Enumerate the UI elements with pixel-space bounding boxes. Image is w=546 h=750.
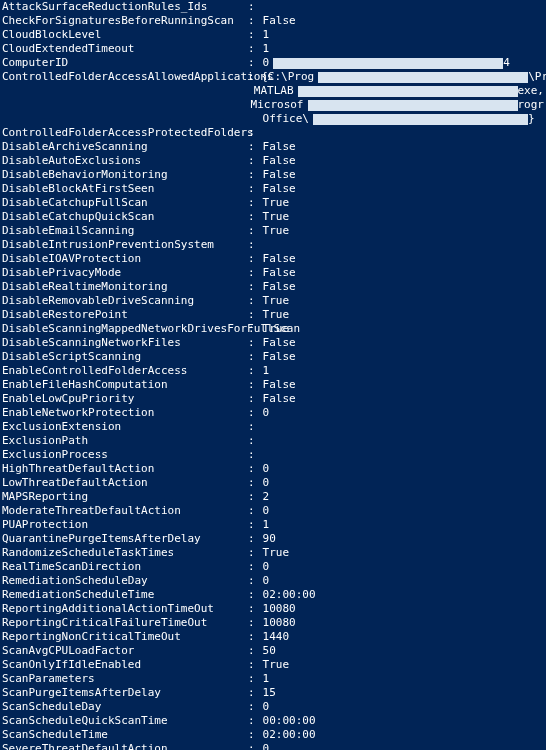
property-value: True	[256, 210, 544, 224]
property-key: EnableFileHashComputation	[2, 378, 248, 392]
property-value: False	[256, 378, 544, 392]
property-key: RemediationScheduleTime	[2, 588, 248, 602]
property-value: 2	[256, 490, 544, 504]
property-value	[256, 238, 544, 252]
output-row: EnableControlledFolderAccess: 1	[2, 364, 544, 378]
property-key: ReportingCriticalFailureTimeOut	[2, 616, 248, 630]
output-row: ModerateThreatDefaultAction: 0	[2, 504, 544, 518]
property-key: ScanParameters	[2, 672, 248, 686]
property-key: DisableAutoExclusions	[2, 154, 248, 168]
colon-separator: :	[248, 490, 256, 504]
colon-separator: :	[248, 280, 256, 294]
output-row: DisableIOAVProtection: False	[2, 252, 544, 266]
output-row: DisableBehaviorMonitoring: False	[2, 168, 544, 182]
redacted-region	[298, 86, 518, 97]
colon-separator: :	[248, 210, 256, 224]
redacted-region	[313, 114, 528, 125]
output-row: DisableScanningNetworkFiles: False	[2, 336, 544, 350]
colon-separator: :	[248, 434, 256, 448]
property-key: ModerateThreatDefaultAction	[2, 504, 248, 518]
property-value: 1	[256, 364, 544, 378]
property-key: SevereThreatDefaultAction	[2, 742, 248, 750]
colon-separator: :	[248, 56, 256, 70]
powershell-output: AttackSurfaceReductionRules_Ids: CheckFo…	[0, 0, 546, 750]
property-value: False	[256, 140, 544, 154]
property-key: DisablePrivacyMode	[2, 266, 248, 280]
property-key: ScanScheduleQuickScanTime	[2, 714, 248, 728]
property-key: ExclusionProcess	[2, 448, 248, 462]
property-value: 1	[256, 518, 544, 532]
colon-separator: :	[248, 686, 256, 700]
property-key: MAPSReporting	[2, 490, 248, 504]
colon-separator: :	[248, 588, 256, 602]
output-row: Microsofrogr	[2, 98, 544, 112]
colon-separator: :	[248, 672, 256, 686]
property-key: QuarantinePurgeItemsAfterDelay	[2, 532, 248, 546]
property-value: Microsofrogr	[244, 98, 544, 112]
property-key: DisableEmailScanning	[2, 224, 248, 238]
colon-separator: :	[248, 252, 256, 266]
property-value	[256, 0, 544, 14]
property-key: LowThreatDefaultAction	[2, 476, 248, 490]
output-row: ScanScheduleDay: 0	[2, 700, 544, 714]
property-key: DisableBlockAtFirstSeen	[2, 182, 248, 196]
colon-separator: :	[248, 644, 256, 658]
output-row: DisableScanningMappedNetworkDrivesForFul…	[2, 322, 544, 336]
redacted-region	[273, 58, 503, 69]
output-row: EnableLowCpuPriority: False	[2, 392, 544, 406]
output-row: SevereThreatDefaultAction: 0	[2, 742, 544, 750]
property-key: EnableLowCpuPriority	[2, 392, 248, 406]
output-row: RealTimeScanDirection: 0	[2, 560, 544, 574]
output-row: RandomizeScheduleTaskTimes: True	[2, 546, 544, 560]
property-value: 0	[256, 504, 544, 518]
property-value: 1	[256, 28, 544, 42]
colon-separator: :	[248, 322, 256, 336]
colon-separator: :	[248, 616, 256, 630]
property-value: 90	[256, 532, 544, 546]
property-value: True	[256, 546, 544, 560]
property-key: DisableScanningMappedNetworkDrivesForFul…	[2, 322, 248, 336]
output-row: ScanScheduleQuickScanTime: 00:00:00	[2, 714, 544, 728]
colon-separator: :	[248, 294, 256, 308]
property-value: 15	[256, 686, 544, 700]
output-row: ReportingAdditionalActionTimeOut: 10080	[2, 602, 544, 616]
property-key: DisableCatchupQuickScan	[2, 210, 248, 224]
property-value: 1	[256, 672, 544, 686]
property-key: CloudBlockLevel	[2, 28, 248, 42]
property-value: False	[256, 168, 544, 182]
colon-separator: :	[248, 518, 256, 532]
output-row: MAPSReporting: 2	[2, 490, 544, 504]
colon-separator: :	[248, 266, 256, 280]
output-row: DisableArchiveScanning: False	[2, 140, 544, 154]
property-key: DisableCatchupFullScan	[2, 196, 248, 210]
output-row: ScanPurgeItemsAfterDelay: 15	[2, 686, 544, 700]
output-row: ExclusionProcess:	[2, 448, 544, 462]
output-row: DisableCatchupQuickScan: True	[2, 210, 544, 224]
property-value: True	[256, 322, 544, 336]
property-key: DisableRemovableDriveScanning	[2, 294, 248, 308]
property-key: DisableScriptScanning	[2, 350, 248, 364]
property-value: 0	[256, 560, 544, 574]
output-row: ReportingNonCriticalTimeOut: 1440	[2, 630, 544, 644]
property-key: EnableNetworkProtection	[2, 406, 248, 420]
output-row: DisableEmailScanning: True	[2, 224, 544, 238]
output-row: RemediationScheduleTime: 02:00:00	[2, 588, 544, 602]
colon-separator: :	[248, 560, 256, 574]
property-key: ComputerID	[2, 56, 248, 70]
property-value: {C:\Prog\Pro	[255, 70, 546, 84]
property-value: True	[256, 308, 544, 322]
property-value: False	[256, 392, 544, 406]
property-key: CheckForSignaturesBeforeRunningScan	[2, 14, 248, 28]
output-row: RemediationScheduleDay: 0	[2, 574, 544, 588]
output-row: ExclusionPath:	[2, 434, 544, 448]
property-value: False	[256, 14, 544, 28]
property-key: RandomizeScheduleTaskTimes	[2, 546, 248, 560]
property-key: DisableRestorePoint	[2, 308, 248, 322]
output-row: CloudExtendedTimeout: 1	[2, 42, 544, 56]
property-key	[2, 112, 248, 126]
property-key: PUAProtection	[2, 518, 248, 532]
output-row: DisableScriptScanning: False	[2, 350, 544, 364]
property-value: 00:00:00	[256, 714, 544, 728]
colon-separator: :	[248, 420, 256, 434]
property-key: DisableArchiveScanning	[2, 140, 248, 154]
